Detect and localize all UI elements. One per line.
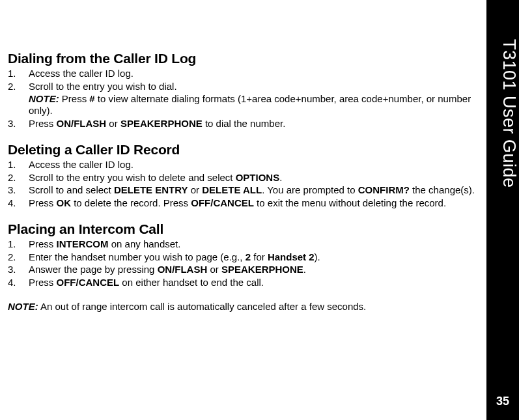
list-deleting: 1. Access the caller ID log. 2. Scroll t…: [8, 159, 475, 210]
list-item: 3. Answer the page by pressing ON/FLASH …: [8, 264, 475, 276]
key-speakerphone: SPEAKERPHONE: [120, 118, 203, 129]
heading-dialing: Dialing from the Caller ID Log: [8, 51, 475, 66]
item-text: ).: [315, 251, 320, 262]
key-speakerphone: SPEAKERPHONE: [221, 264, 303, 275]
sidebar: T3101 User Guide 35: [486, 31, 519, 420]
page: T3101 User Guide 35 Dialing from the Cal…: [0, 0, 519, 420]
item-text: Scroll to the entry you wish to delete a…: [29, 172, 236, 183]
heading-intercom: Placing an Intercom Call: [8, 221, 475, 237]
key-options: OPTIONS: [236, 172, 280, 183]
list-item: 2. Scroll to the entry you wish to delet…: [8, 172, 475, 184]
footnote: NOTE: An out of range intercom call is a…: [8, 301, 475, 313]
item-text: Press: [29, 118, 57, 129]
item-number: 1.: [8, 68, 22, 80]
key-handset-2: Handset 2: [268, 251, 315, 262]
item-number: 2.: [8, 172, 22, 184]
list-item: 4. Press OK to delete the record. Press …: [8, 197, 475, 210]
list-item: 4. Press OFF/CANCEL on either handset to…: [8, 277, 475, 289]
list-item: 3. Scroll to and select DELETE ENTRY or …: [8, 184, 475, 197]
item-text: Access the caller ID log.: [29, 68, 133, 79]
sidebar-title: T3101 User Guide: [486, 39, 519, 352]
key-delete-entry: DELETE ENTRY: [114, 184, 188, 195]
note-text: An out of range intercom call is automat…: [38, 301, 367, 312]
list-item: 1. Press INTERCOM on any handset.: [8, 238, 475, 251]
item-number: 1.: [8, 238, 22, 251]
key-ok: OK: [57, 197, 72, 208]
list-dialing: 1. Access the caller ID log. 2. Scroll t…: [8, 68, 475, 130]
note-text: Press: [59, 93, 90, 104]
item-text: on any handset.: [109, 238, 181, 249]
item-text: to exit the menu without deleting the re…: [254, 197, 446, 208]
list-item: 3. Press ON/FLASH or SPEAKERPHONE to dia…: [8, 118, 475, 130]
item-text: .: [303, 264, 306, 275]
item-text: Answer the page by pressing: [29, 264, 158, 275]
item-number: 4.: [8, 277, 22, 289]
item-number: 4.: [8, 197, 22, 210]
item-text: Scroll to and select: [29, 184, 114, 195]
item-number: 1.: [8, 159, 22, 171]
page-number: 35: [486, 395, 519, 408]
item-text: Press: [29, 197, 57, 208]
key-hash: #: [89, 93, 94, 104]
item-text: Press: [29, 238, 57, 249]
heading-deleting: Deleting a Caller ID Record: [8, 142, 475, 158]
item-text: the change(s).: [410, 184, 475, 195]
item-text: Enter the handset number you wish to pag…: [29, 251, 245, 262]
item-note: NOTE: Press # to view alternate dialing …: [29, 93, 475, 118]
item-text: . You are prompted to: [262, 184, 358, 195]
item-text: or: [188, 184, 203, 195]
item-text: .: [279, 172, 282, 183]
key-digit-2: 2: [245, 251, 251, 262]
list-item: 2. Enter the handset number you wish to …: [8, 251, 475, 264]
item-text: Scroll to the entry you wish to dial.: [29, 81, 177, 92]
item-number: 3.: [8, 118, 22, 130]
item-text: for: [251, 251, 268, 262]
item-number: 3.: [8, 184, 22, 197]
item-text: or: [207, 264, 221, 275]
top-corner-block: [486, 0, 519, 31]
key-delete-all: DELETE ALL: [202, 184, 262, 195]
key-confirm: CONFIRM?: [358, 184, 410, 195]
key-off-cancel: OFF/CANCEL: [191, 197, 254, 208]
content: Dialing from the Caller ID Log 1. Access…: [8, 51, 475, 313]
item-text: to dial the number.: [203, 118, 286, 129]
list-intercom: 1. Press INTERCOM on any handset. 2. Ent…: [8, 238, 475, 289]
note-text: to view alternate dialing formats (1+are…: [29, 93, 471, 117]
key-intercom: INTERCOM: [57, 238, 109, 249]
list-item: 1. Access the caller ID log.: [8, 68, 475, 80]
item-text: on either handset to end the call.: [119, 277, 264, 288]
key-on-flash: ON/FLASH: [158, 264, 208, 275]
item-number: 2.: [8, 251, 22, 264]
item-text: to delete the record. Press: [71, 197, 191, 208]
key-off-cancel: OFF/CANCEL: [57, 277, 120, 288]
note-label: NOTE:: [8, 301, 38, 312]
list-item: 2. Scroll to the entry you wish to dial.…: [8, 81, 475, 117]
item-number: 2.: [8, 81, 22, 93]
item-text: or: [106, 118, 120, 129]
item-text: Access the caller ID log.: [29, 159, 133, 170]
item-text: Press: [29, 277, 57, 288]
key-on-flash: ON/FLASH: [57, 118, 107, 129]
note-label: NOTE:: [29, 93, 59, 104]
item-number: 3.: [8, 264, 22, 276]
list-item: 1. Access the caller ID log.: [8, 159, 475, 171]
